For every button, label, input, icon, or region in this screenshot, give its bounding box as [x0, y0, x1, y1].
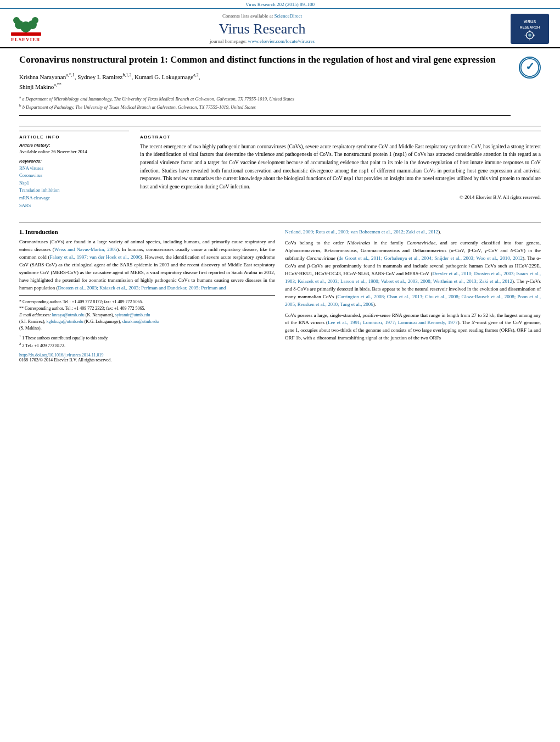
crossmark-icon: ✓	[520, 57, 540, 79]
email-syiramir[interactable]: syiramir@utmb.edu	[115, 313, 150, 317]
affiliations: a a Department of Microbiology and Immun…	[19, 94, 511, 115]
email-knraya[interactable]: knraya@utmb.edu	[52, 313, 85, 317]
footnote-note1: 1 1 These authors contributed equally to…	[19, 333, 275, 342]
section1-para1-right: Netland, 2009; Rota et al., 2003; van Bo…	[285, 228, 541, 236]
keyword-nsp1: Nsp1	[19, 180, 129, 187]
email-kglokuga[interactable]: kglokuga@utmb.edu	[47, 319, 83, 324]
ref-drexler[interactable]: Drexler et al., 2010; Drosten et al., 20…	[285, 271, 541, 284]
homepage-label: journal homepage:	[210, 38, 247, 44]
abstract-copyright: © 2014 Elsevier B.V. All rights reserved…	[140, 194, 541, 200]
main-col-right: Netland, 2009; Rota et al., 2003; van Bo…	[285, 228, 541, 362]
keyword-mrna: mRNA cleavage	[19, 194, 129, 202]
keywords-section: Keywords: RNA viruses Coronavirus Nsp1 T…	[19, 159, 129, 210]
article-title: Coronavirus nonstructural protein 1: Com…	[19, 54, 511, 66]
sciencedirect-link[interactable]: ScienceDirect	[275, 13, 302, 19]
keyword-transl: Translation inhibition	[19, 187, 129, 194]
ref-degroot[interactable]: de Groot et al., 2011; Gorbalenya et al.…	[339, 255, 523, 261]
footnote-star2-text: ** Corresponding author. Tel.: +1 409 77…	[19, 306, 145, 311]
section1-heading: 1. Introduction	[19, 228, 275, 235]
ref-carrington[interactable]: Carrington et al., 2008; Chan et al., 20…	[285, 294, 541, 307]
footnote-star1-text: * Corresponding author. Tel.: +1 409 772…	[19, 299, 143, 304]
available-online: Available online 26 November 2014	[19, 149, 129, 154]
article-title-text: Coronavirus nonstructural protein 1: Com…	[19, 54, 519, 120]
copyright-bottom-line: 0168-1702/© 2014 Elsevier B.V. All right…	[19, 358, 275, 362]
doi-link[interactable]: http://dx.doi.org/10.1016/j.virusres.201…	[19, 353, 104, 358]
keyword-rna-link[interactable]: RNA viruses	[19, 165, 43, 171]
main-article-content: 1. Introduction Coronaviruses (CoVs) are…	[19, 228, 541, 362]
affil-a: a Department of Microbiology and Immunol…	[22, 96, 294, 102]
keyword-rna: RNA viruses	[19, 165, 129, 172]
doi-line: http://dx.doi.org/10.1016/j.virusres.201…	[19, 353, 275, 358]
keywords-label: Keywords:	[19, 159, 129, 164]
section1-para1: Coronaviruses (CoVs) are found in a larg…	[19, 238, 275, 292]
elsevier-label: ELSEVIER	[11, 37, 41, 42]
footnote-emails: E-mail addresses: knraya@utmb.edu (K. Na…	[19, 312, 275, 332]
crossmark-badge: ✓	[519, 57, 541, 79]
keyword-transl-link[interactable]: Translation inhibition	[19, 187, 60, 193]
elsevier-tree-icon	[11, 15, 41, 36]
email-slmakino[interactable]: slmakino@utmb.edu	[122, 319, 159, 324]
footnote-note2-text: 2 Tel.: +1 409 772 8172.	[22, 343, 65, 348]
section1-heading-text: 1. Introduction	[19, 228, 58, 235]
virus-research-logo-icon: VIRUS RESEARCH	[511, 15, 548, 43]
section1-para3-right: CoVs possess a large, single-stranded, p…	[285, 312, 541, 343]
svg-text:VIRUS: VIRUS	[524, 19, 536, 24]
footnote-star1: * Corresponding author. Tel.: +1 409 772…	[19, 299, 275, 305]
history-label: Article history:	[19, 143, 129, 148]
svg-text:RESEARCH: RESEARCH	[520, 25, 540, 29]
svg-rect-6	[11, 32, 41, 36]
footnote-note2: 2 2 Tel.: +1 409 772 8172.	[19, 341, 275, 349]
journal-header: ELSEVIER Contents lists available at Sci…	[0, 9, 560, 48]
email-label: E-mail addresses:	[19, 313, 51, 317]
vol-info-text: Virus Research 202 (2015) 89–100	[245, 2, 315, 7]
contents-line: Contents lists available at ScienceDirec…	[41, 13, 483, 19]
ref-lee[interactable]: Lee et al., 1991; Lomniczi, 1977; Lomnic…	[328, 320, 458, 325]
footnote-star2: ** Corresponding author. Tel.: +1 409 77…	[19, 305, 275, 312]
article-title-section: Coronavirus nonstructural protein 1: Com…	[19, 54, 541, 126]
ref-netland[interactable]: Netland, 2009; Rota et al., 2003; van Bo…	[285, 229, 438, 235]
journal-center-header: Contents lists available at ScienceDirec…	[41, 13, 483, 44]
svg-text:✓: ✓	[525, 60, 535, 72]
keyword-sars-link[interactable]: SARS	[19, 203, 31, 208]
section-divider	[19, 222, 541, 223]
article-info-col: ARTICLE INFO Article history: Available …	[19, 131, 129, 215]
abstract-text: The recent emergence of two highly patho…	[140, 143, 541, 191]
keyword-cov-link[interactable]: Coronavirus	[19, 172, 42, 178]
keyword-nsp1-link[interactable]: Nsp1	[19, 180, 29, 186]
abstract-label: ABSTRACT	[140, 135, 541, 140]
affil-b: b Department of Pathology, The Universit…	[23, 104, 256, 110]
journal-header-right: VIRUS RESEARCH	[483, 14, 549, 44]
footnotes: * Corresponding author. Tel.: +1 409 772…	[19, 295, 275, 362]
homepage-url[interactable]: www.elsevier.com/locate/virusres	[248, 38, 315, 44]
contents-label-text: Contents lists available at	[222, 13, 273, 19]
authors-line: Krishna Narayanana,*,1, Sydney I. Ramire…	[19, 72, 511, 92]
section1-para2-right: CoVs belong to the order Nidovirales in …	[285, 239, 541, 308]
article-info-label: ARTICLE INFO	[19, 135, 129, 140]
svg-point-4	[13, 17, 20, 24]
svg-point-5	[32, 17, 38, 24]
journal-vol-info: Virus Research 202 (2015) 89–100	[0, 0, 560, 9]
ref-drosten[interactable]: Drosten et al., 2003; Ksiazek et al., 20…	[58, 285, 226, 291]
keyword-sars: SARS	[19, 202, 129, 210]
keyword-mrna-link[interactable]: mRNA cleavage	[19, 195, 50, 200]
article-info-abstract: ARTICLE INFO Article history: Available …	[19, 131, 541, 215]
svg-point-15	[528, 34, 531, 37]
main-col-left: 1. Introduction Coronaviruses (CoVs) are…	[19, 228, 275, 362]
article-info-box: ARTICLE INFO Article history: Available …	[19, 131, 129, 210]
keyword-cov: Coronavirus	[19, 172, 129, 180]
article-body: Coronavirus nonstructural protein 1: Com…	[0, 48, 560, 368]
abstract-col: ABSTRACT The recent emergence of two hig…	[140, 131, 541, 215]
journal-homepage: journal homepage: www.elsevier.com/locat…	[41, 38, 483, 44]
virus-research-logo: VIRUS RESEARCH	[511, 14, 549, 44]
journal-title: Virus Research	[41, 21, 483, 37]
footnote-note1-text: 1 These authors contributed equally to t…	[22, 335, 108, 340]
page: Virus Research 202 (2015) 89–100 ELSEVIE…	[0, 0, 560, 742]
ref-falsey[interactable]: Falsey et al., 1997; van der Hoek et al.…	[49, 254, 141, 260]
ref-weiss[interactable]: Weiss and Navas-Martin, 2005	[54, 247, 117, 252]
abstract-section: ABSTRACT The recent emergence of two hig…	[140, 131, 541, 200]
elsevier-logo: ELSEVIER	[11, 15, 41, 42]
